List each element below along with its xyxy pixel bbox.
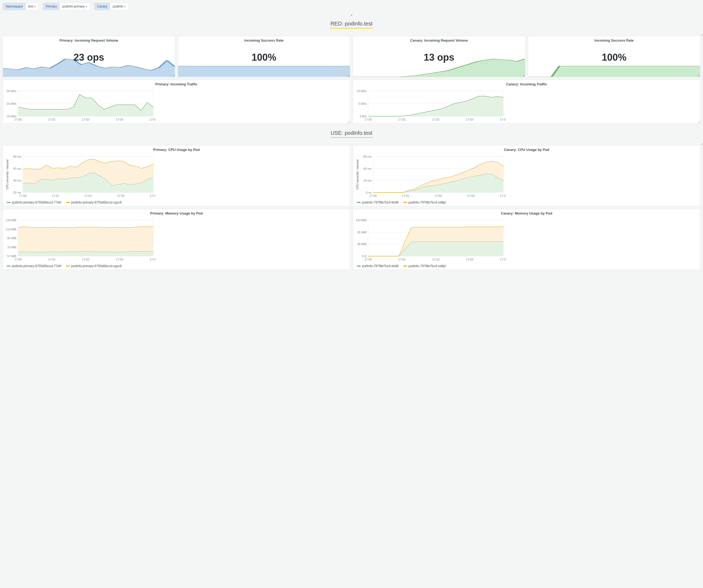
svg-text:17:02: 17:02 <box>435 194 442 197</box>
panel-primary-cpu[interactable]: Primary: CPU Usage by Pod 20 ms40 ms60 m… <box>3 145 350 206</box>
legend-item[interactable]: podinfo-primary-6755d5bccd-77drf <box>7 200 61 204</box>
resize-handle-icon[interactable] <box>701 143 703 145</box>
legend-item[interactable]: podinfo-primary-6755d5bccd-77drf <box>7 264 61 268</box>
svg-text:17:04: 17:04 <box>150 118 155 121</box>
line-chart: 0 B48 MiB95 MiB143 MiB17:0017:0117:0217:… <box>355 219 505 261</box>
panel-primary-request-volume[interactable]: Primary: Incoming Request Volume 23 ops <box>3 36 175 77</box>
svg-text:60 ms: 60 ms <box>363 155 371 158</box>
resize-handle-icon[interactable] <box>347 121 349 123</box>
row-collapse-icon[interactable]: ▾ <box>0 13 703 17</box>
svg-text:48 MiB: 48 MiB <box>358 242 367 246</box>
line-chart: 10 kB/s15 kB/s20 kB/s17:0017:0117:0217:0… <box>5 89 155 121</box>
svg-text:95 MiB: 95 MiB <box>358 231 367 234</box>
svg-text:76 MiB: 76 MiB <box>7 246 16 249</box>
panel-canary-traffic[interactable]: Canary: Incoming Traffic 0 B/s5 kB/s10 k… <box>353 80 700 123</box>
svg-text:17:01: 17:01 <box>398 258 406 261</box>
svg-text:10 kB/s: 10 kB/s <box>357 89 367 93</box>
svg-text:17:01: 17:01 <box>52 194 59 197</box>
filter-namespace-label: Namespace <box>3 3 25 10</box>
panel-title: Incoming Success Rate <box>528 36 700 45</box>
svg-text:17:04: 17:04 <box>500 258 505 261</box>
svg-text:17:01: 17:01 <box>48 118 56 121</box>
svg-text:5 kB/s: 5 kB/s <box>358 102 367 105</box>
traffic-row: Primary: Incoming Traffic 10 kB/s15 kB/s… <box>0 80 703 126</box>
panel-canary-request-volume[interactable]: Canary: Incoming Request Volume 13 ops <box>353 36 525 77</box>
svg-text:17:02: 17:02 <box>82 118 89 121</box>
legend-label: podinfo-primary-6755d5bccd-77drf <box>12 264 61 268</box>
svg-text:17:00: 17:00 <box>14 118 22 121</box>
svg-text:CPU seconds / second: CPU seconds / second <box>356 160 359 189</box>
svg-text:17:03: 17:03 <box>466 118 473 121</box>
legend-label: podinfo-primary-6755d5bccd-77drf <box>12 200 61 204</box>
panel-canary-cpu[interactable]: Canary: CPU Usage by Pod 0 ns20 ms40 ms6… <box>353 145 700 206</box>
svg-text:17:03: 17:03 <box>466 258 473 261</box>
resize-handle-icon[interactable] <box>701 33 703 36</box>
filter-namespace-value[interactable]: test <box>25 3 38 10</box>
svg-text:57 MiB: 57 MiB <box>7 255 16 258</box>
filter-canary[interactable]: Canary podinfo <box>94 3 129 10</box>
variable-filters: Namespace test Primary podinfo-primary C… <box>0 0 703 13</box>
filter-primary-label: Primary <box>43 3 59 10</box>
legend-item[interactable]: podinfo-797f8b7bc4-tkt48 <box>357 200 398 204</box>
stat-value: 100% <box>252 52 276 63</box>
svg-text:17:02: 17:02 <box>84 194 92 197</box>
svg-text:17:02: 17:02 <box>82 258 89 261</box>
legend-label: podinfo-primary-6755d5bccd-cgsc6 <box>71 200 122 204</box>
section-title-red: RED: podinfo.test <box>0 17 703 28</box>
line-chart: 20 ms40 ms60 ms80 ms17:0017:0117:0217:03… <box>5 155 155 198</box>
svg-text:0 ns: 0 ns <box>366 191 371 194</box>
panel-title: Canary: Memory Usage by Pod <box>353 209 700 218</box>
svg-text:17:00: 17:00 <box>369 194 377 197</box>
resize-handle-icon[interactable] <box>347 74 349 77</box>
panel-canary-success-rate[interactable]: Incoming Success Rate 100% <box>528 36 700 77</box>
stat-row: Primary: Incoming Request Volume 23 ops … <box>0 36 703 80</box>
svg-text:17:03: 17:03 <box>117 194 125 197</box>
panel-primary-traffic[interactable]: Primary: Incoming Traffic 10 kB/s15 kB/s… <box>3 80 350 123</box>
line-chart: 0 B/s5 kB/s10 kB/s17:0017:0117:0217:0317… <box>355 89 505 121</box>
panel-title: Primary: CPU Usage by Pod <box>3 146 350 154</box>
legend-item[interactable]: podinfo-primary-6755d5bccd-cgsc6 <box>66 264 122 268</box>
svg-text:17:00: 17:00 <box>19 194 26 197</box>
panel-title: Canary: CPU Usage by Pod <box>353 146 700 154</box>
resize-handle-icon[interactable] <box>698 74 700 77</box>
svg-text:15 kB/s: 15 kB/s <box>6 102 16 105</box>
resize-handle-icon[interactable] <box>523 74 525 77</box>
legend-item[interactable]: podinfo-797f8b7bc4-vd8jd <box>403 264 446 268</box>
legend-label: podinfo-797f8b7bc4-vd8jd <box>408 200 446 204</box>
filter-namespace[interactable]: Namespace test <box>3 3 39 10</box>
legend-item[interactable]: podinfo-primary-6755d5bccd-cgsc6 <box>66 200 122 204</box>
panel-primary-success-rate[interactable]: Incoming Success Rate 100% <box>178 36 350 77</box>
panel-title: Incoming Success Rate <box>178 36 350 45</box>
svg-text:17:02: 17:02 <box>432 258 440 261</box>
svg-text:10 kB/s: 10 kB/s <box>6 115 16 118</box>
svg-text:20 ms: 20 ms <box>13 191 21 194</box>
svg-text:17:01: 17:01 <box>398 118 406 121</box>
stat-value: 23 ops <box>74 52 104 63</box>
cpu-row: Primary: CPU Usage by Pod 20 ms40 ms60 m… <box>0 145 703 209</box>
panel-primary-memory[interactable]: Primary: Memory Usage by Pod 57 MiB76 Mi… <box>3 209 350 270</box>
panel-title: Primary: Incoming Traffic <box>3 80 350 88</box>
svg-text:17:01: 17:01 <box>48 258 56 261</box>
svg-text:17:01: 17:01 <box>402 194 409 197</box>
legend: podinfo-797f8b7bc4-tkt48podinfo-797f8b7b… <box>353 263 700 269</box>
resize-handle-icon[interactable] <box>698 121 700 123</box>
panel-canary-memory[interactable]: Canary: Memory Usage by Pod 0 B48 MiB95 … <box>353 209 700 270</box>
filter-primary-value[interactable]: podinfo-primary <box>60 3 90 10</box>
legend-item[interactable]: podinfo-797f8b7bc4-tkt48 <box>357 264 398 268</box>
filter-primary[interactable]: Primary podinfo-primary <box>43 3 90 10</box>
svg-text:17:04: 17:04 <box>500 194 505 197</box>
legend-label: podinfo-797f8b7bc4-tkt48 <box>362 264 398 268</box>
resize-handle-icon[interactable] <box>172 74 174 77</box>
svg-text:17:00: 17:00 <box>365 258 372 261</box>
svg-text:80 ms: 80 ms <box>13 155 21 158</box>
legend-item[interactable]: podinfo-797f8b7bc4-vd8jd <box>403 200 446 204</box>
svg-text:17:04: 17:04 <box>500 118 505 121</box>
filter-canary-label: Canary <box>94 3 110 10</box>
svg-text:CPU seconds / second: CPU seconds / second <box>6 160 9 189</box>
legend: podinfo-primary-6755d5bccd-77drfpodinfo-… <box>3 263 350 269</box>
filter-canary-value[interactable]: podinfo <box>110 3 128 10</box>
svg-text:40 ms: 40 ms <box>13 179 21 182</box>
svg-text:20 kB/s: 20 kB/s <box>6 89 16 93</box>
svg-text:17:04: 17:04 <box>150 258 155 261</box>
legend-label: podinfo-797f8b7bc4-tkt48 <box>362 200 398 204</box>
